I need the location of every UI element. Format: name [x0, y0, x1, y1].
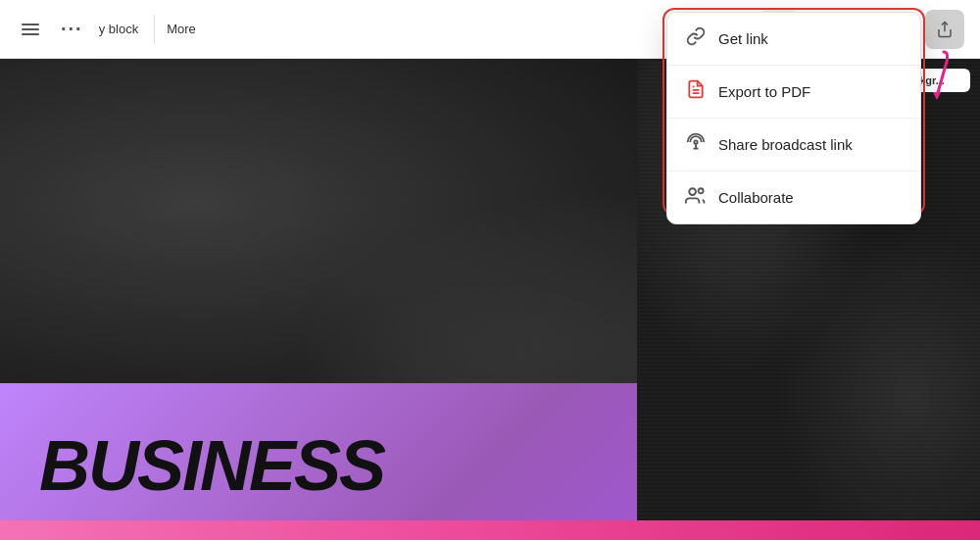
svg-point-10	[689, 188, 696, 195]
business-text: BUSINESS	[39, 430, 384, 501]
pink-bar	[0, 520, 980, 540]
topbar-left: ··· y block More	[16, 12, 675, 46]
layers-button[interactable]	[16, 18, 45, 41]
block-label: y block	[99, 22, 138, 36]
link-icon	[685, 26, 707, 51]
more-label: More	[167, 22, 196, 36]
get-link-label: Get link	[718, 30, 768, 47]
share-dropdown-menu: Get link Export to PDF	[666, 12, 921, 224]
share-button[interactable]	[925, 10, 964, 49]
svg-point-7	[694, 140, 697, 143]
svg-point-11	[699, 188, 704, 193]
export-pdf-label: Export to PDF	[718, 83, 810, 100]
collaborate-label: Collaborate	[718, 189, 794, 206]
dropdown-item-get-link[interactable]: Get link	[667, 13, 920, 66]
pdf-icon	[685, 79, 707, 104]
dropdown-item-collaborate[interactable]: Collaborate	[667, 172, 920, 223]
share-broadcast-label: Share broadcast link	[718, 136, 853, 153]
broadcast-icon	[685, 132, 707, 157]
more-dots-icon[interactable]: ···	[53, 12, 91, 46]
dropdown-item-export-pdf[interactable]: Export to PDF	[667, 66, 920, 119]
divider	[154, 15, 155, 44]
dropdown-item-share-broadcast[interactable]: Share broadcast link	[667, 119, 920, 172]
collaborate-icon	[685, 185, 707, 210]
